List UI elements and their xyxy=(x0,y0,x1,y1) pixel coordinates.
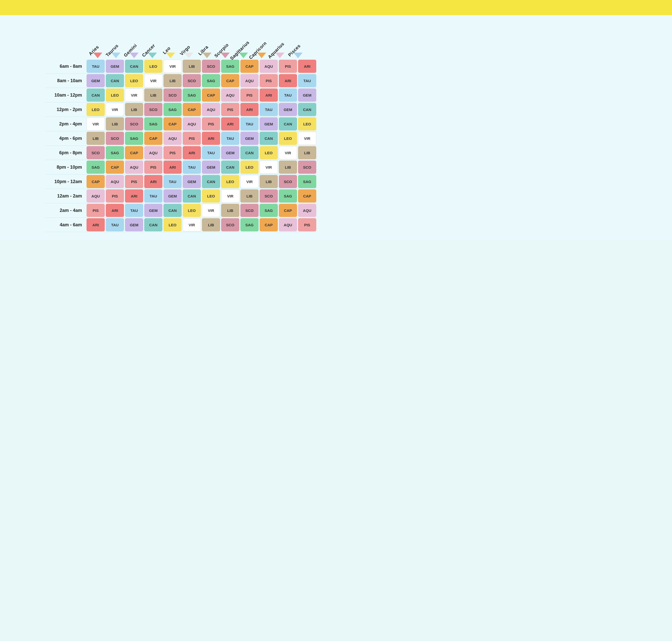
table-cell: SAG xyxy=(279,189,297,203)
table-cell: LEO xyxy=(125,74,143,87)
table-cell: CAP xyxy=(259,218,278,231)
table-cell: VIR xyxy=(86,117,105,131)
table-row: 8pm - 10pmSAGCAPAQUPISARITAUGEMCANLEOVIR… xyxy=(45,160,317,175)
table-cell: SCO xyxy=(144,103,162,116)
table-cell: ARI xyxy=(298,60,316,73)
table-cell: LIB xyxy=(144,88,162,101)
table-cell: LEO xyxy=(298,117,316,131)
table-cell: AQU xyxy=(221,88,239,101)
table-cell: SAG xyxy=(86,161,105,174)
table-cell: PIS xyxy=(86,204,105,217)
table-cell: SAG xyxy=(183,88,201,101)
table-row: 10am - 12pmCANLEOVIRLIBSCOSAGCAPAQUPISAR… xyxy=(45,88,317,103)
table-cell: AQU xyxy=(106,175,124,188)
table-row: 6am - 8amTAUGEMCANLEOVIRLIBSCOSAGCAPAQUP… xyxy=(45,59,317,73)
page-container: AriesTaurusGeminiCancerLeoVirgoLibraScor… xyxy=(0,15,672,240)
birth-time-label xyxy=(8,23,43,68)
table-cell: TAU xyxy=(279,88,297,101)
table-cell: ARI xyxy=(106,204,124,217)
table-cell: GEM xyxy=(183,175,201,188)
table-cell: TAU xyxy=(183,161,201,174)
table-cell: VIR xyxy=(183,218,201,231)
table-cell: VIR xyxy=(144,74,162,87)
table-cell: LEO xyxy=(221,175,239,188)
table-cell: VIR xyxy=(279,146,297,159)
table-cell: CAP xyxy=(202,88,220,101)
table-cell: CAP xyxy=(144,132,162,145)
table-cell: AQU xyxy=(183,117,201,131)
table-cell: SCO xyxy=(86,146,105,159)
table-cell: LIB xyxy=(106,117,124,131)
table-cell: LIB xyxy=(86,132,105,145)
table-row: 4pm - 6pmLIBSCOSAGCAPAQUPISARITAUGEMCANL… xyxy=(45,131,317,146)
table-cell: ARI xyxy=(240,103,258,116)
table-cell: CAP xyxy=(183,103,201,116)
top-bar xyxy=(0,0,672,15)
table-row: 6pm - 8pmSCOSAGCAPAQUPISARITAUGEMCANLEOV… xyxy=(45,146,317,160)
table-cell: SCO xyxy=(259,189,278,203)
table-cell: ARI xyxy=(86,218,105,231)
table-cell: AQU xyxy=(144,146,162,159)
table-cell: CAN xyxy=(144,218,162,231)
table-cell: LEO xyxy=(259,146,278,159)
table-cell: ARI xyxy=(183,146,201,159)
table-cell: CAP xyxy=(163,117,182,131)
table-cell: CAN xyxy=(259,132,278,145)
table-cell: PIS xyxy=(163,146,182,159)
table-cell: ARI xyxy=(202,132,220,145)
col-header-pisces: Pisces xyxy=(289,23,307,58)
row-label-0: 6am - 8am xyxy=(45,64,86,69)
table-cell: ARI xyxy=(259,88,278,101)
table-cell: CAN xyxy=(163,204,182,217)
table-cell: CAN xyxy=(125,60,143,73)
table-cell: VIR xyxy=(298,132,316,145)
table-cell: AQU xyxy=(240,74,258,87)
table-cell: TAU xyxy=(144,189,162,203)
table-cell: LEO xyxy=(183,204,201,217)
row-label-9: 12am - 2am xyxy=(45,193,86,199)
table-cell: ARI xyxy=(125,189,143,203)
table-cell: VIR xyxy=(240,175,258,188)
table-cell: VIR xyxy=(259,161,278,174)
table-cell: CAP xyxy=(221,74,239,87)
table-cell: PIS xyxy=(144,161,162,174)
table-cell: PIS xyxy=(125,175,143,188)
table-cell: VIR xyxy=(221,189,239,203)
table-row: 12pm - 2pmLEOVIRLIBSCOSAGCAPAQUPISARITAU… xyxy=(45,103,317,117)
table-cell: GEM xyxy=(259,117,278,131)
table-cell: GEM xyxy=(221,146,239,159)
table-cell: PIS xyxy=(259,74,278,87)
table-cell: CAP xyxy=(298,189,316,203)
table-cell: LEO xyxy=(144,60,162,73)
table-cell: GEM xyxy=(298,88,316,101)
table-cell: CAP xyxy=(106,161,124,174)
table-cell: TAU xyxy=(202,146,220,159)
table-cell: VIR xyxy=(125,88,143,101)
table-cell: TAU xyxy=(298,74,316,87)
table-cell: SCO xyxy=(279,175,297,188)
table-cell: LIB xyxy=(279,161,297,174)
table-cell: GEM xyxy=(144,204,162,217)
row-label-6: 6pm - 8pm xyxy=(45,150,86,155)
row-label-11: 4am - 6am xyxy=(45,222,86,228)
table-cell: CAN xyxy=(86,88,105,101)
table-cell: GEM xyxy=(163,189,182,203)
table-cell: CAP xyxy=(240,60,258,73)
sun-sign-title xyxy=(58,20,664,23)
table-cell: SAG xyxy=(202,74,220,87)
table-cell: LIB xyxy=(202,218,220,231)
table-cell: TAU xyxy=(86,60,105,73)
table-cell: CAN xyxy=(279,117,297,131)
table-cell: SAG xyxy=(240,218,258,231)
data-grid: 6am - 8amTAUGEMCANLEOVIRLIBSCOSAGCAPAQUP… xyxy=(45,59,317,232)
table-cell: CAN xyxy=(298,103,316,116)
table-cell: LIB xyxy=(259,175,278,188)
row-label-1: 8am - 10am xyxy=(45,78,86,83)
table-row: 2pm - 4pmVIRLIBSCOSAGCAPAQUPISARITAUGEMC… xyxy=(45,117,317,131)
table-cell: AQU xyxy=(86,189,105,203)
table-cell: LEO xyxy=(240,161,258,174)
table-cell: SAG xyxy=(259,204,278,217)
table-cell: TAU xyxy=(259,103,278,116)
row-label-5: 4pm - 6pm xyxy=(45,136,86,141)
table-cell: AQU xyxy=(259,60,278,73)
